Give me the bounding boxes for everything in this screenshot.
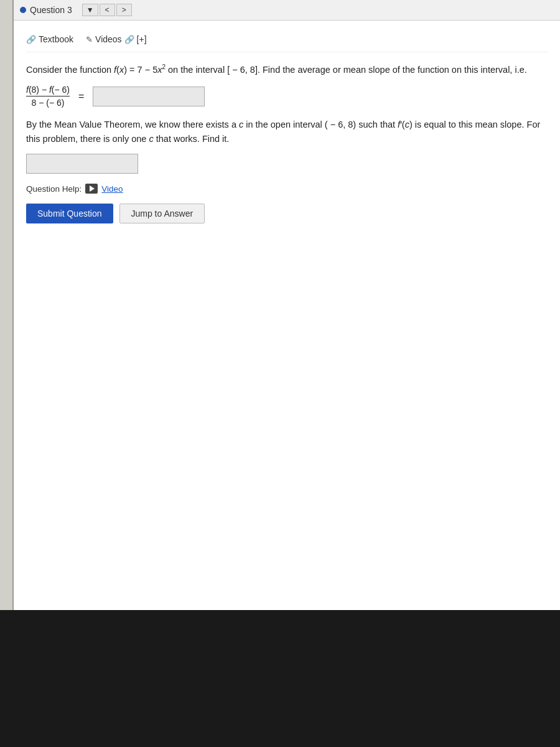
textbook-label: Textbook	[39, 34, 73, 44]
fraction-container: f(8) − f(− 6) 8 − (− 6) =	[26, 85, 548, 108]
video-link[interactable]: Video	[101, 184, 123, 194]
fraction-numerator: f(8) − f(− 6)	[26, 85, 70, 96]
textbook-link[interactable]: 🔗 Textbook	[26, 34, 73, 44]
videos-external-icon: 🔗	[124, 35, 134, 44]
nav-back-button[interactable]: <	[100, 4, 115, 16]
toolbar: Question 3 ▼ < >	[14, 0, 560, 21]
fraction: f(8) − f(− 6) 8 − (− 6)	[26, 85, 70, 108]
nav-buttons: ▼ < >	[82, 4, 132, 16]
submit-button[interactable]: Submit Question	[26, 204, 113, 223]
taskbar	[0, 610, 560, 747]
videos-link[interactable]: ✎ Videos 🔗 [+]	[86, 34, 147, 44]
mean-slope-input[interactable]	[93, 87, 205, 106]
nav-forward-button[interactable]: >	[116, 4, 132, 16]
question-dot	[20, 7, 26, 13]
question-label: Question 3	[30, 5, 72, 15]
buttons-row: Submit Question Jump to Answer	[26, 204, 548, 223]
mvt-text: By the Mean Value Theorem, we know there…	[26, 118, 548, 146]
question-help: Question Help: Video	[26, 184, 548, 194]
textbook-icon: 🔗	[26, 35, 36, 44]
content-area: 🔗 Textbook ✎ Videos 🔗 [+] Consider the f…	[14, 21, 560, 232]
video-icon	[85, 184, 98, 194]
videos-label: Videos	[95, 34, 122, 44]
plus-label: [+]	[137, 34, 147, 44]
question-indicator: Question 3	[20, 5, 72, 15]
second-input-container	[26, 154, 548, 174]
fraction-denominator: 8 − (− 6)	[32, 96, 65, 108]
problem-text-1: Consider the function f(x) = 7 − 5x2 on …	[26, 62, 548, 77]
videos-icon: ✎	[86, 35, 93, 44]
question-help-label: Question Help:	[26, 184, 82, 194]
equals-sign: =	[78, 91, 84, 102]
dropdown-button[interactable]: ▼	[82, 4, 98, 16]
resources-bar: 🔗 Textbook ✎ Videos 🔗 [+]	[26, 29, 548, 52]
jump-to-answer-button[interactable]: Jump to Answer	[119, 204, 205, 223]
c-value-input[interactable]	[26, 154, 138, 174]
